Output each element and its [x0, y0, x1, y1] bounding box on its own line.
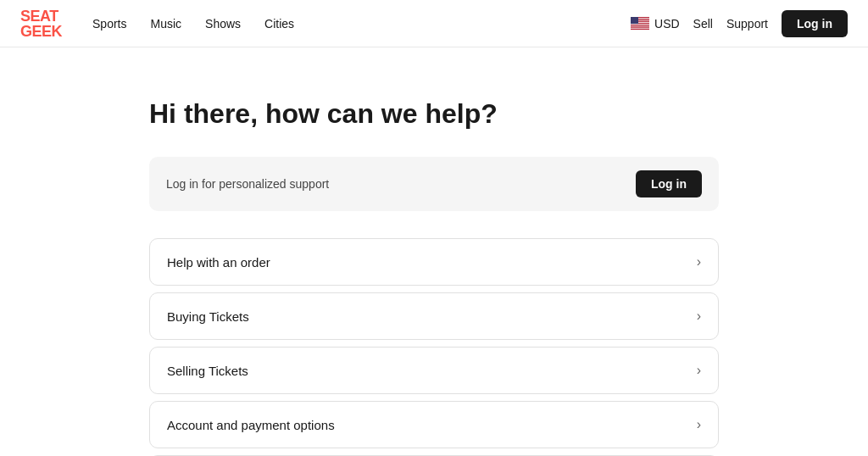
logo-text: SEAT GEEK	[20, 8, 62, 39]
header: SEAT GEEK Sports Music Shows Cities	[0, 0, 868, 47]
faq-item-1[interactable]: Buying Tickets ›	[149, 292, 719, 340]
currency-label: USD	[654, 17, 680, 31]
svg-rect-11	[631, 28, 649, 29]
nav-item-music[interactable]: Music	[140, 12, 192, 36]
header-right: USD Sell Support Log in	[631, 10, 848, 37]
faq-item-label-2: Selling Tickets	[167, 364, 248, 378]
faq-item-label-3: Account and payment options	[167, 418, 335, 432]
login-banner: Log in for personalized support Log in	[149, 157, 719, 211]
chevron-right-icon-0: ›	[697, 254, 701, 270]
login-banner-button[interactable]: Log in	[636, 170, 702, 197]
chevron-right-icon-3: ›	[697, 417, 701, 432]
svg-rect-10	[631, 27, 649, 28]
faq-item-3[interactable]: Account and payment options ›	[149, 401, 719, 448]
main-content: Hi there, how can we help? Log in for pe…	[129, 47, 739, 456]
nav-item-shows[interactable]: Shows	[195, 12, 251, 36]
faq-item-label-0: Help with an order	[167, 255, 270, 270]
login-button-header[interactable]: Log in	[782, 10, 848, 37]
chevron-right-icon-1: ›	[697, 309, 701, 324]
svg-rect-7	[631, 24, 649, 25]
svg-rect-9	[631, 25, 649, 26]
page-title: Hi there, how can we help?	[149, 98, 719, 130]
nav-item-cities[interactable]: Cities	[254, 12, 304, 36]
faq-item-label-1: Buying Tickets	[167, 309, 249, 324]
main-nav: Sports Music Shows Cities	[82, 12, 631, 36]
currency-selector[interactable]: USD	[631, 17, 680, 31]
chevron-right-icon-2: ›	[697, 363, 701, 378]
sell-link[interactable]: Sell	[693, 17, 713, 31]
faq-list: Help with an order › Buying Tickets › Se…	[149, 238, 719, 456]
svg-rect-13	[631, 17, 638, 24]
login-banner-text: Log in for personalized support	[166, 177, 329, 191]
nav-item-sports[interactable]: Sports	[82, 12, 136, 36]
logo[interactable]: SEAT GEEK	[20, 8, 62, 39]
us-flag-icon	[631, 17, 649, 30]
faq-item-2[interactable]: Selling Tickets ›	[149, 347, 719, 394]
support-link[interactable]: Support	[726, 17, 768, 31]
svg-rect-8	[631, 25, 649, 25]
faq-item-0[interactable]: Help with an order ›	[149, 238, 719, 286]
svg-rect-12	[631, 29, 649, 30]
